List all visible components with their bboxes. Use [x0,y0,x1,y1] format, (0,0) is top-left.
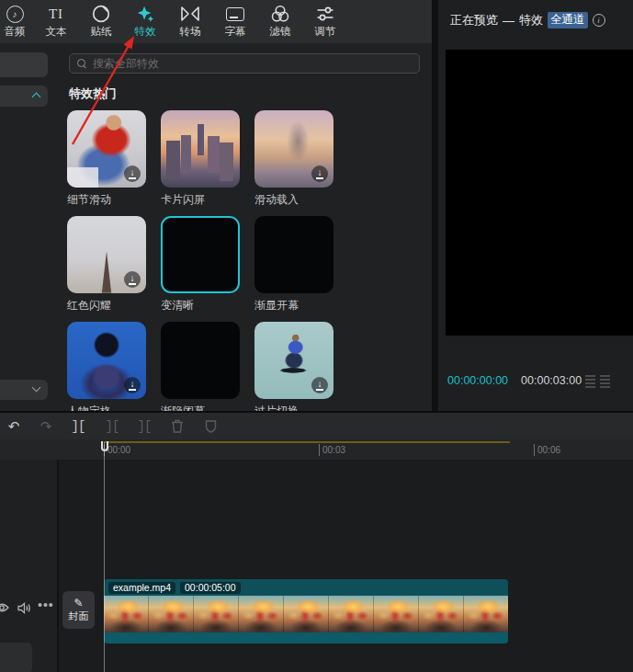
split-left-button[interactable]: ][ [102,413,122,439]
effect-thumbnail[interactable] [161,216,240,293]
split-right-button[interactable]: ][ [134,413,154,439]
tab-audio[interactable]: ♪ 音频 [0,3,36,43]
adjust-icon [315,3,335,25]
effect-thumbnail[interactable] [254,216,333,293]
mask-button[interactable] [200,413,220,439]
tab-effects[interactable]: 特效 [124,3,166,43]
tab-label: 特效 [135,25,156,39]
effect-item[interactable]: ↓ 红色闪耀 [67,216,146,313]
filmstrip-frame [329,596,374,632]
render-progress-bar [104,441,510,443]
effect-item[interactable]: 渐隐闭幕 [161,322,240,411]
filmstrip-frame [194,596,239,632]
preview-queue-icon[interactable] [585,374,610,388]
text-icon: TI [49,3,63,25]
effect-item[interactable]: 渐显开幕 [254,216,333,313]
effect-item[interactable]: 卡片闪屏 [161,110,240,208]
effects-icon [135,3,155,25]
effect-item[interactable]: ↓ 过片切换 [254,322,333,411]
effect-item[interactable]: ↓ 滑动载入 [254,110,333,208]
mute-track-icon[interactable] [17,601,31,618]
effects-panel: 特效热门 ↓ 细节滑动 卡片闪屏 ↓ 滑动载入 ↓ 红色闪耀 变清 [0,43,432,411]
audio-icon: ♪ [6,3,24,25]
tab-filter[interactable]: 滤镜 [259,3,301,43]
tab-transition[interactable]: 转场 [169,3,211,43]
stacked-lines-icon [585,374,595,388]
toggle-visibility-icon[interactable] [0,600,9,617]
track-more-icon[interactable]: ••• [38,598,54,612]
collapsed-side-button[interactable] [0,52,48,77]
shield-icon [205,419,217,433]
filmstrip-frame [284,596,329,632]
collapse-down-button[interactable] [0,380,48,400]
tab-sticker[interactable]: 贴纸 [80,3,122,43]
effect-name: 卡片闪屏 [161,192,240,208]
effect-thumbnail[interactable] [161,110,240,188]
preview-panel: 正在预览 — 特效 全通道 i 00:00:00:00 00:00:03:00 [438,0,633,411]
chevron-up-icon [32,93,41,102]
timeline-tracks: ••• ✎ 封面 example.mp4 00:00:05:00 [0,460,633,672]
clip-name: example.mp4 [108,582,175,594]
effect-item[interactable]: ↓ 细节滑动 [67,110,146,208]
top-toolbar: ♪ 音频 TI 文本 贴纸 特效 [0,0,432,43]
effect-thumbnail[interactable]: ↓ [67,216,146,293]
filter-icon [270,3,290,25]
collapse-up-button[interactable] [0,85,48,107]
info-icon[interactable]: i [593,14,605,27]
ruler-label: 00:06 [534,444,560,456]
cover-button[interactable]: ✎ 封面 [62,591,95,629]
effect-name: 人物定格 [67,404,146,411]
preview-dash: — [503,14,514,28]
video-preview-area[interactable] [446,50,633,336]
playhead-handle[interactable] [101,441,108,451]
clip-duration: 00:00:05:00 [180,582,240,594]
effect-name: 变清晰 [161,298,240,313]
tab-label: 音频 [5,25,26,39]
track-column-divider [57,460,59,672]
filmstrip-frame [374,596,419,632]
video-clip[interactable]: example.mp4 00:00:05:00 [104,579,508,644]
preview-target: 特效 [519,12,543,28]
partial-corner-button[interactable] [0,643,32,672]
split-button[interactable]: ][ [68,413,88,439]
undo-button[interactable]: ↶ [4,413,24,439]
effects-search-box[interactable] [69,53,420,74]
preview-timecodes: 00:00:00:00 00:00:03:00 [447,374,582,387]
tab-captions[interactable]: 字幕 [214,3,256,43]
playhead-line[interactable] [104,442,105,672]
clip-audio-strip [104,632,508,644]
redo-button[interactable]: ↷ [36,413,56,439]
filmstrip-frame [149,596,194,632]
clip-title-bar: example.mp4 00:00:05:00 [104,579,508,596]
search-input[interactable] [93,57,412,70]
effect-item-selected[interactable]: 变清晰 [161,216,240,313]
filmstrip-frame [464,596,508,632]
effect-thumbnail[interactable]: ↓ [254,110,333,188]
cover-label: 封面 [69,609,89,623]
tab-label: 贴纸 [91,25,112,39]
channel-badge: 全通道 [548,12,588,28]
effect-item[interactable]: ↓ 人物定格 [67,322,146,411]
tab-label: 文本 [46,25,67,39]
tab-adjust[interactable]: 调节 [304,3,346,43]
effect-thumbnail[interactable]: ↓ [254,322,333,399]
effect-name: 渐显开幕 [254,298,333,313]
preview-header: 正在预览 — 特效 全通道 i [450,12,605,28]
timeline-toolbar: ↶ ↷ ][ ][ ][ [0,413,633,439]
download-icon: ↓ [311,377,328,393]
chevron-down-icon [32,383,41,393]
captions-icon [226,3,244,25]
effect-name: 渐隐闭幕 [161,404,240,411]
ruler-label: 00:03 [319,444,345,456]
effect-thumbnail[interactable]: ↓ [67,110,146,188]
panel-divider [432,0,438,411]
pencil-icon: ✎ [73,598,83,609]
filmstrip-frame [419,596,464,632]
effect-thumbnail[interactable]: ↓ [67,322,146,399]
effect-thumbnail[interactable] [161,322,240,399]
section-title: 特效热门 [69,85,117,102]
delete-button[interactable] [167,413,187,439]
tab-text[interactable]: TI 文本 [35,3,77,43]
tab-label: 滤镜 [270,25,291,39]
effect-name: 细节滑动 [67,192,146,208]
